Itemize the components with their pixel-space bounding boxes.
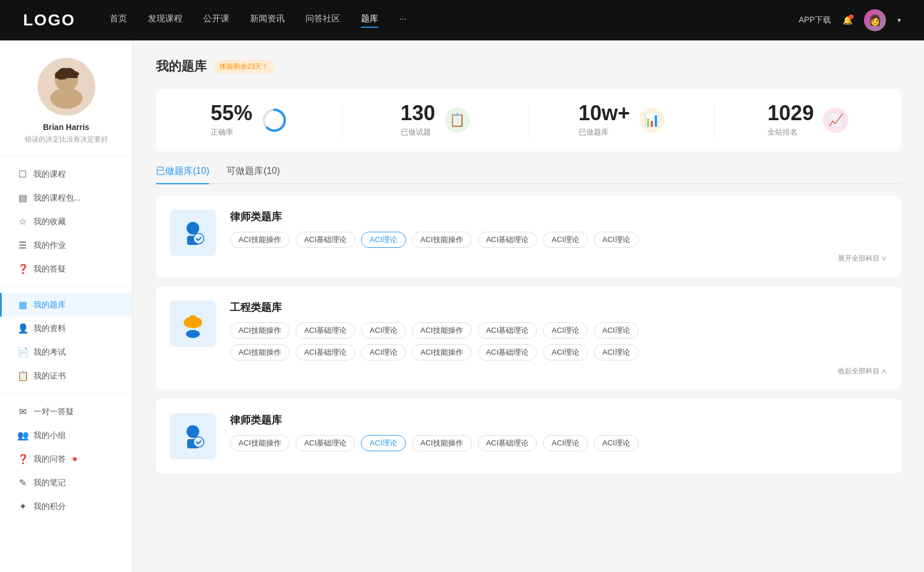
- bank-tag[interactable]: ACI基础理论: [296, 344, 356, 361]
- bank-tag[interactable]: ACI理论: [594, 344, 639, 361]
- sidebar-item-mycert[interactable]: 📋 我的证书: [0, 364, 132, 388]
- nav-courses[interactable]: 发现课程: [148, 13, 182, 28]
- stat-label-banks: 已做题库: [579, 127, 630, 138]
- sidebar-label-mypoints: 我的积分: [33, 502, 66, 512]
- bank-tag[interactable]: ACI理论: [594, 322, 639, 339]
- bank-tag[interactable]: ACI技能操作: [230, 232, 290, 248]
- bank-tag[interactable]: ACI技能操作: [230, 322, 290, 339]
- bank-tag[interactable]: ACI理论: [594, 232, 639, 248]
- bank-tags-lawyer-1: ACI技能操作 ACI基础理论 ACI理论 ACI技能操作 ACI基础理论 AC…: [230, 232, 887, 248]
- stat-icon-questions: 📋: [445, 107, 470, 133]
- sidebar-item-qa[interactable]: ❓ 我的答疑: [0, 257, 132, 281]
- bank-tag[interactable]: ACI技能操作: [412, 232, 472, 248]
- nav-bank[interactable]: 题库: [361, 13, 378, 28]
- bank-tag[interactable]: ACI技能操作: [230, 435, 290, 451]
- bank-tag[interactable]: ACI基础理论: [478, 344, 538, 361]
- bank-tag[interactable]: ACI技能操作: [412, 344, 472, 361]
- sidebar-item-homework[interactable]: ☰ 我的作业: [0, 233, 132, 257]
- bank-section-lawyer-2: 律师类题库 ACI技能操作 ACI基础理论 ACI理论 ACI技能操作 ACI基…: [156, 399, 901, 473]
- sidebar-label-mycert: 我的证书: [33, 371, 66, 381]
- tab-row: 已做题库(10) 可做题库(10): [156, 165, 901, 184]
- bank-tag[interactable]: ACI基础理论: [478, 322, 538, 339]
- sidebar-item-mynotes[interactable]: ✎ 我的笔记: [0, 471, 132, 495]
- bank-tag[interactable]: ACI理论: [361, 344, 406, 361]
- notification-dot: [849, 14, 854, 19]
- stat-label-ranking: 全站排名: [767, 127, 814, 138]
- bank-tag-active[interactable]: ACI理论: [361, 232, 406, 248]
- bank-tag[interactable]: ACI基础理论: [478, 232, 538, 248]
- sidebar-item-mybank[interactable]: ▦ 我的题库: [0, 293, 132, 317]
- stat-accuracy: 55% 正确率: [156, 103, 342, 138]
- tab-done[interactable]: 已做题库(10): [156, 165, 209, 184]
- nav-more[interactable]: ···: [399, 13, 407, 28]
- stat-value-accuracy: 55%: [211, 103, 252, 124]
- favorites-icon: ☆: [17, 216, 28, 227]
- bank-section-lawyer-1: 律师类题库 ACI技能操作 ACI基础理论 ACI理论 ACI技能操作 ACI基…: [156, 196, 901, 277]
- sidebar-profile: Brian Harris 错误的决定比没有决定要好: [0, 58, 132, 144]
- sidebar-item-myinfo[interactable]: 👤 我的资料: [0, 317, 132, 340]
- sidebar-label-mybank: 我的题库: [33, 300, 66, 310]
- main-content: 我的题库 体验剩余23天！ 55% 正确率: [133, 40, 924, 572]
- page-wrap: Brian Harris 错误的决定比没有决定要好 ☐ 我的课程 ▤ 我的课程包…: [0, 0, 924, 572]
- stat-icon-banks: 📊: [639, 107, 665, 133]
- bank-tag[interactable]: ACI基础理论: [296, 322, 356, 339]
- bank-icon-engineer: [170, 300, 216, 347]
- homework-icon: ☰: [17, 240, 28, 251]
- sidebar-item-myexam[interactable]: 📄 我的考试: [0, 340, 132, 364]
- sidebar-label-qa: 我的答疑: [33, 264, 66, 274]
- sidebar: Brian Harris 错误的决定比没有决定要好 ☐ 我的课程 ▤ 我的课程包…: [0, 40, 133, 572]
- sidebar-item-mygroup[interactable]: 👥 我的小组: [0, 424, 132, 447]
- bank-tag[interactable]: ACI理论: [543, 435, 588, 451]
- expand-btn-engineer[interactable]: 收起全部科目 ∧: [838, 366, 887, 376]
- nav-opencourse[interactable]: 公开课: [203, 13, 229, 28]
- bank-tag[interactable]: ACI技能操作: [230, 344, 290, 361]
- sidebar-item-myquestions[interactable]: ❓ 我的问答: [0, 447, 132, 471]
- sidebar-label-coursepack: 我的课程包...: [33, 193, 81, 203]
- sidebar-item-favorites[interactable]: ☆ 我的收藏: [0, 210, 132, 233]
- nav-news[interactable]: 新闻资讯: [250, 13, 285, 28]
- sidebar-item-tutoring[interactable]: ✉ 一对一答疑: [0, 400, 132, 424]
- bank-tags-engineer-row2: ACI技能操作 ACI基础理论 ACI理论 ACI技能操作 ACI基础理论 AC…: [230, 344, 887, 361]
- bank-tag[interactable]: ACI理论: [594, 435, 639, 451]
- nav-qa[interactable]: 问答社区: [305, 13, 340, 28]
- sidebar-item-coursepack[interactable]: ▤ 我的课程包...: [0, 186, 132, 210]
- bank-footer-engineer: 收起全部科目 ∧: [230, 366, 887, 376]
- logo: LOGO: [23, 11, 75, 29]
- user-avatar[interactable]: 👩: [864, 9, 886, 31]
- bank-tag-active[interactable]: ACI理论: [361, 435, 406, 451]
- stats-row: 55% 正确率 130 已做试题 📋: [156, 89, 901, 151]
- svg-point-17: [193, 437, 204, 447]
- bank-tag[interactable]: ACI基础理论: [296, 435, 356, 451]
- svg-rect-11: [185, 324, 201, 326]
- tutoring-icon: ✉: [17, 406, 28, 417]
- sidebar-item-mypoints[interactable]: ✦ 我的积分: [0, 495, 132, 518]
- stat-done-banks: 10w+ 已做题库 📊: [529, 103, 716, 138]
- navbar: LOGO 首页 发现课程 公开课 新闻资讯 问答社区 题库 ··· APP下载 …: [0, 0, 924, 40]
- user-menu-chevron[interactable]: ▾: [897, 16, 901, 24]
- bank-tag[interactable]: ACI理论: [543, 322, 588, 339]
- app-download-button[interactable]: APP下载: [799, 15, 831, 25]
- bank-tags-engineer-row1: ACI技能操作 ACI基础理论 ACI理论 ACI技能操作 ACI基础理论 AC…: [230, 322, 887, 339]
- nav-home[interactable]: 首页: [110, 13, 127, 28]
- page-title: 我的题库: [156, 58, 207, 75]
- mybank-icon: ▦: [17, 299, 28, 310]
- profile-name: Brian Harris: [43, 122, 89, 132]
- stat-label-questions: 已做试题: [401, 127, 435, 138]
- bank-tag[interactable]: ACI理论: [543, 232, 588, 248]
- bank-tag[interactable]: ACI技能操作: [412, 322, 472, 339]
- sidebar-label-tutoring: 一对一答疑: [33, 407, 74, 417]
- page-header: 我的题库 体验剩余23天！: [156, 58, 901, 75]
- notification-bell[interactable]: 🔔: [843, 16, 852, 25]
- bank-tag[interactable]: ACI理论: [361, 322, 406, 339]
- stat-value-questions: 130: [401, 103, 435, 124]
- stat-label-accuracy: 正确率: [211, 127, 252, 138]
- bank-tag[interactable]: ACI基础理论: [296, 232, 356, 248]
- bank-title-lawyer-1: 律师类题库: [230, 210, 887, 224]
- tab-available[interactable]: 可做题库(10): [226, 165, 280, 183]
- bank-tag[interactable]: ACI基础理论: [478, 435, 538, 451]
- sidebar-item-mycourses[interactable]: ☐ 我的课程: [0, 162, 132, 186]
- expand-btn-lawyer-1[interactable]: 展开全部科目 ∨: [838, 254, 887, 263]
- navbar-right: APP下载 🔔 👩 ▾: [799, 9, 901, 31]
- bank-tag[interactable]: ACI技能操作: [412, 435, 472, 451]
- bank-tag[interactable]: ACI理论: [543, 344, 588, 361]
